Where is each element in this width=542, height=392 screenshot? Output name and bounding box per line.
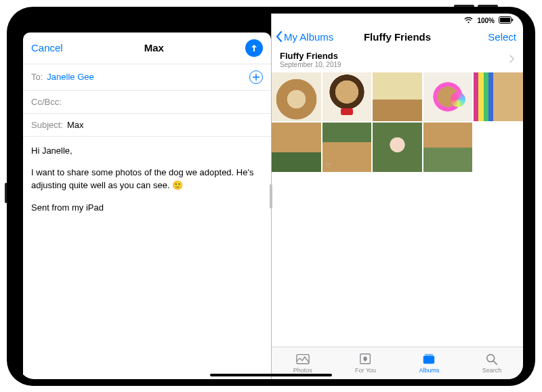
tab-label: Albums	[419, 367, 439, 374]
screen: 9:41 AM Fri Sep 20 100% Cancel Max	[19, 14, 523, 379]
photos-tab-icon	[295, 352, 310, 366]
mail-pane: Cancel Max To: Janelle Gee Cc/Bcc:	[19, 14, 271, 379]
photo-thumb[interactable]: ♡	[322, 123, 372, 172]
search-tab-icon	[484, 352, 499, 366]
add-contact-button[interactable]	[249, 70, 263, 84]
photo-thumb[interactable]	[423, 72, 473, 122]
body-greeting: Hi Janelle,	[31, 145, 263, 158]
ccbcc-field[interactable]: Cc/Bcc:	[23, 91, 271, 114]
select-button[interactable]: Select	[488, 31, 516, 43]
volume-up-button[interactable]	[454, 5, 474, 7]
tab-label: Photos	[293, 367, 312, 374]
photos-nav: My Albums Fluffy Friends Select	[272, 27, 523, 48]
for-you-tab-icon	[358, 352, 373, 366]
subject-label: Subject:	[31, 120, 63, 130]
tab-photos[interactable]: Photos	[293, 352, 312, 374]
chevron-left-icon	[276, 31, 283, 42]
tab-label: For You	[355, 367, 376, 374]
favorite-icon: ♡	[325, 162, 331, 169]
svg-rect-5	[423, 355, 434, 364]
albums-tab-icon	[421, 352, 436, 366]
tab-albums[interactable]: Albums	[419, 352, 439, 374]
to-field[interactable]: To: Janelle Gee	[23, 64, 271, 91]
compose-nav: Cancel Max	[23, 32, 271, 64]
body-text: I want to share some photos of the dog w…	[31, 167, 263, 192]
send-button[interactable]	[245, 39, 263, 57]
photo-thumb[interactable]	[373, 123, 422, 172]
subject-field[interactable]: Subject: Max	[23, 114, 271, 137]
subject-value: Max	[67, 120, 84, 130]
home-indicator[interactable]	[210, 374, 332, 376]
mail-body[interactable]: Hi Janelle, I want to share some photos …	[23, 137, 271, 379]
compose-title: Max	[144, 42, 164, 53]
body-signature: Sent from my iPad	[31, 202, 263, 215]
tab-for-you[interactable]: For You	[355, 352, 376, 374]
cancel-button[interactable]: Cancel	[31, 42, 63, 53]
svg-point-7	[487, 355, 495, 362]
album-date: September 10, 2019	[280, 61, 509, 68]
photo-thumb[interactable]	[322, 72, 372, 122]
chevron-right-icon	[509, 53, 515, 66]
photos-pane: My Albums Fluffy Friends Select Fluffy F…	[271, 14, 523, 379]
tab-search[interactable]: Search	[482, 352, 502, 374]
photo-thumb[interactable]	[272, 123, 321, 172]
photo-grid: ♡	[272, 72, 523, 172]
back-label: My Albums	[284, 31, 333, 43]
album-header[interactable]: Fluffy Friends September 10, 2019	[272, 48, 523, 72]
plus-icon	[253, 74, 259, 81]
ccbcc-label: Cc/Bcc:	[31, 97, 62, 107]
to-label: To:	[31, 72, 43, 82]
album-name: Fluffy Friends	[280, 51, 509, 61]
photo-thumb[interactable]	[423, 123, 473, 172]
svg-rect-6	[425, 354, 434, 356]
volume-down-button[interactable]	[478, 5, 498, 7]
compose-sheet: Cancel Max To: Janelle Gee Cc/Bcc:	[23, 32, 271, 379]
ipad-frame: 9:41 AM Fri Sep 20 100% Cancel Max	[7, 7, 535, 386]
back-button[interactable]: My Albums	[276, 31, 333, 43]
photo-thumb[interactable]	[272, 72, 321, 122]
to-recipient[interactable]: Janelle Gee	[47, 72, 93, 82]
tab-label: Search	[482, 367, 502, 374]
photo-thumb[interactable]	[474, 72, 523, 122]
photo-thumb[interactable]	[373, 72, 422, 122]
power-button[interactable]	[5, 183, 7, 203]
split-view-divider[interactable]	[270, 184, 272, 209]
arrow-up-icon	[249, 43, 259, 53]
